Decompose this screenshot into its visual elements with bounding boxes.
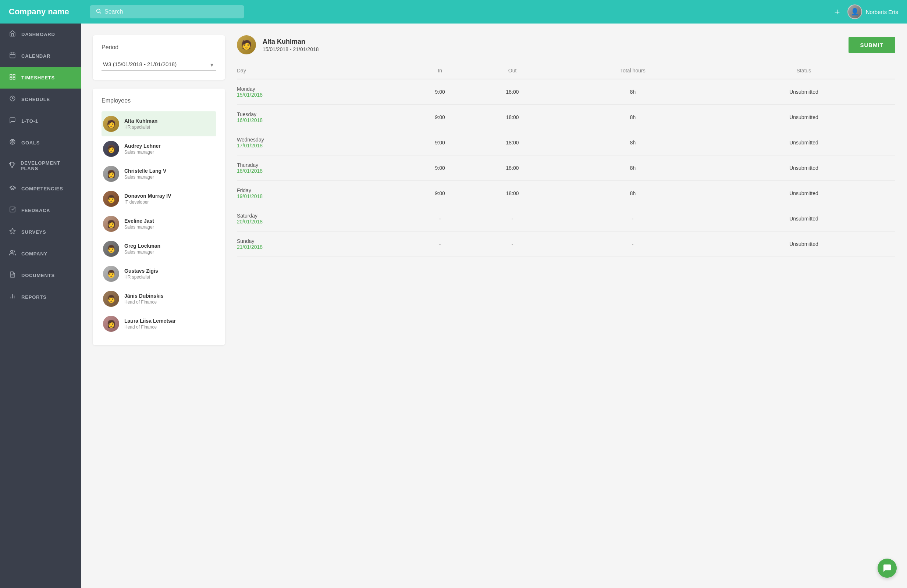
reports-icon — [9, 293, 16, 301]
timesheet-total-hours: 8h — [553, 79, 712, 105]
employee-item-greg[interactable]: 👨 Greg Lockman Sales manager — [101, 236, 216, 261]
employee-avatar-greg: 👨 — [103, 241, 119, 257]
sidebar-item-surveys[interactable]: SURVEYS — [0, 221, 81, 243]
sidebar-item-company[interactable]: COMPANY — [0, 243, 81, 265]
sidebar-item-label: TIMESHEETS — [21, 75, 55, 80]
svg-rect-16 — [10, 207, 15, 212]
employee-name: Alta Kuhlman — [124, 118, 157, 124]
timesheet-user-name: Alta Kuhlman — [263, 38, 319, 46]
sidebar-item-label: GOALS — [21, 140, 40, 145]
timesheet-in: 9:00 — [408, 130, 471, 155]
employee-item-donavon[interactable]: 👨 Donavon Murray IV IT developer — [101, 186, 216, 211]
timesheet-period: 15/01/2018 - 21/01/2018 — [263, 46, 319, 52]
timesheet-table: Day In Out Total hours Status Monday 15/… — [237, 65, 895, 257]
sidebar: DASHBOARD CALENDAR TIMESHEETS SCHEDULE 1… — [0, 24, 81, 588]
table-row[interactable]: Sunday 21/01/2018 - - - Unsubmitted — [237, 232, 895, 257]
search-input[interactable] — [104, 8, 238, 15]
employee-name: Laura Liisa Lemetsar — [124, 318, 176, 324]
timesheet-day: Saturday 20/01/2018 — [237, 206, 408, 232]
employee-avatar-eveline: 👩 — [103, 216, 119, 232]
sidebar-item-feedback[interactable]: FEEDBACK — [0, 200, 81, 221]
sidebar-item-label: SURVEYS — [21, 229, 46, 235]
employee-info-laura: Laura Liisa Lemetsar Head of Finance — [124, 318, 176, 330]
trophy-icon — [9, 162, 16, 170]
employee-avatar-janis: 👨 — [103, 291, 119, 307]
timesheet-day: Wednesday 17/01/2018 — [237, 130, 408, 155]
timesheet-user-info: Alta Kuhlman 15/01/2018 - 21/01/2018 — [263, 38, 319, 52]
table-row[interactable]: Thursday 18/01/2018 9:00 18:00 8h Unsubm… — [237, 155, 895, 181]
svg-line-1 — [100, 12, 101, 14]
timesheet-out: 18:00 — [471, 79, 553, 105]
sidebar-item-label: COMPETENCIES — [21, 186, 63, 192]
col-out: Out — [471, 65, 553, 79]
goals-icon — [9, 139, 16, 147]
table-row[interactable]: Tuesday 16/01/2018 9:00 18:00 8h Unsubmi… — [237, 105, 895, 130]
employee-avatar-christelle: 👩 — [103, 166, 119, 182]
documents-icon — [9, 271, 16, 280]
main-content: Period W1 (01/01/2018 - 07/01/2018) W2 (… — [81, 24, 907, 588]
timesheet-header: 🧑 Alta Kuhlman 15/01/2018 - 21/01/2018 S… — [237, 35, 895, 54]
timesheet-status: Unsubmitted — [712, 155, 895, 181]
submit-button[interactable]: SUBMIT — [849, 37, 896, 53]
user-menu[interactable]: 👤 Norberts Erts — [848, 5, 898, 19]
employee-name: Greg Lockman — [124, 243, 160, 249]
period-title: Period — [101, 44, 216, 51]
svg-rect-8 — [10, 78, 12, 79]
timesheet-out: - — [471, 232, 553, 257]
employee-item-eveline[interactable]: 👩 Eveline Jast Sales manager — [101, 211, 216, 236]
employee-role: IT developer — [124, 200, 171, 205]
sidebar-item-schedule[interactable]: SCHEDULE — [0, 89, 81, 110]
header-right: + 👤 Norberts Erts — [834, 5, 898, 19]
sidebar-item-competencies[interactable]: COMPETENCIES — [0, 178, 81, 200]
sidebar-item-goals[interactable]: GOALS — [0, 132, 81, 153]
employee-role: HR specialist — [124, 275, 158, 280]
table-row[interactable]: Friday 19/01/2018 9:00 18:00 8h Unsubmit… — [237, 181, 895, 206]
sidebar-item-label: 1-TO-1 — [21, 118, 38, 124]
employee-info-janis: Jānis Dubinskis Head of Finance — [124, 293, 163, 305]
employee-avatar-audrey: 👩 — [103, 141, 119, 157]
svg-point-13 — [12, 142, 13, 142]
timesheet-day: Monday 15/01/2018 — [237, 79, 408, 105]
left-panel: Period W1 (01/01/2018 - 07/01/2018) W2 (… — [93, 35, 225, 576]
sidebar-item-dashboard[interactable]: DASHBOARD — [0, 24, 81, 45]
employee-info-gustavs: Gustavs Zigis HR specialist — [124, 268, 158, 280]
add-button[interactable]: + — [834, 7, 840, 16]
timesheet-avatar: 🧑 — [237, 35, 256, 54]
timesheet-status: Unsubmitted — [712, 105, 895, 130]
employee-item-alta[interactable]: 🧑 Alta Kuhlman HR specialist — [101, 111, 216, 136]
table-row[interactable]: Wednesday 17/01/2018 9:00 18:00 8h Unsub… — [237, 130, 895, 155]
sidebar-item-reports[interactable]: REPORTS — [0, 286, 81, 308]
timesheet-total-hours: 8h — [553, 105, 712, 130]
table-row[interactable]: Saturday 20/01/2018 - - - Unsubmitted — [237, 206, 895, 232]
employee-item-janis[interactable]: 👨 Jānis Dubinskis Head of Finance — [101, 286, 216, 311]
employee-item-laura[interactable]: 👩 Laura Liisa Lemetsar Head of Finance — [101, 311, 216, 336]
timesheet-day: Tuesday 16/01/2018 — [237, 105, 408, 130]
calendar-icon — [9, 52, 16, 60]
employee-info-christelle: Christelle Lang V Sales manager — [124, 168, 166, 180]
sidebar-item-timesheets[interactable]: TIMESHEETS — [0, 67, 81, 89]
employee-item-gustavs[interactable]: 👨 Gustavs Zigis HR specialist — [101, 261, 216, 286]
chat-button[interactable] — [878, 559, 897, 578]
home-icon — [9, 30, 16, 38]
sidebar-item-1to1[interactable]: 1-TO-1 — [0, 110, 81, 132]
sidebar-item-label: DEVELOPMENT PLANS — [21, 160, 72, 171]
search-bar[interactable] — [90, 5, 244, 18]
sidebar-item-documents[interactable]: DOCUMENTS — [0, 265, 81, 286]
timesheet-status: Unsubmitted — [712, 79, 895, 105]
timesheet-in: - — [408, 232, 471, 257]
sidebar-item-calendar[interactable]: CALENDAR — [0, 45, 81, 67]
timesheet-out: - — [471, 206, 553, 232]
period-select[interactable]: W1 (01/01/2018 - 07/01/2018) W2 (08/01/2… — [101, 58, 216, 71]
sidebar-item-development-plans[interactable]: DEVELOPMENT PLANS — [0, 153, 81, 178]
employee-role: Head of Finance — [124, 324, 176, 330]
graduation-icon — [9, 184, 16, 193]
sidebar-item-label: COMPANY — [21, 251, 48, 257]
employee-item-christelle[interactable]: 👩 Christelle Lang V Sales manager — [101, 161, 216, 186]
employee-item-audrey[interactable]: 👩 Audrey Lehner Sales manager — [101, 136, 216, 161]
employee-role: Sales manager — [124, 174, 166, 180]
table-row[interactable]: Monday 15/01/2018 9:00 18:00 8h Unsubmit… — [237, 79, 895, 105]
employee-role: Sales manager — [124, 150, 161, 155]
company-name: Company name — [9, 7, 82, 16]
employee-info-greg: Greg Lockman Sales manager — [124, 243, 160, 255]
employee-avatar-donavon: 👨 — [103, 191, 119, 207]
